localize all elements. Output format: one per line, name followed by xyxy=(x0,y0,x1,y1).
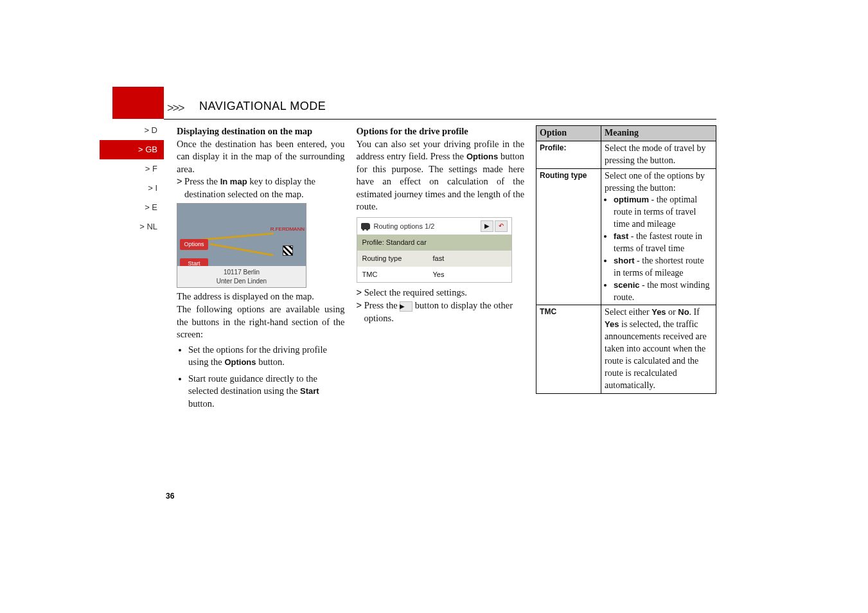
col1-para-2: The address is displayed on the map. xyxy=(177,290,345,303)
car-icon xyxy=(361,223,370,229)
page-number: 36 xyxy=(166,492,174,501)
col1-para-3: The following options are available usin… xyxy=(177,303,345,341)
options-row-profile: Profile: Select the mode of travel by pr… xyxy=(536,141,716,168)
profile-row-text: Profile: Standard car xyxy=(362,238,427,247)
options-row-tmc: TMC Select either Yes or No. If Yes is s… xyxy=(536,305,716,393)
routing-panel-header: Routing options 1/2 ▶ ↶ xyxy=(357,218,511,235)
options-key-label: Options xyxy=(224,357,256,367)
routing-type-row[interactable]: Routing type fast xyxy=(357,251,511,267)
tmc-or: or xyxy=(666,307,678,317)
routing-type-intro: Select one of the options by pressing th… xyxy=(605,171,705,193)
options-row-routing-type: Routing type Select one of the options b… xyxy=(536,168,716,305)
map-address-line2: Unter Den Linden xyxy=(177,277,306,286)
opt-optimum-key: optimum xyxy=(614,195,649,204)
page-content: Displaying destination on the map Once t… xyxy=(177,125,716,414)
map-road-line xyxy=(209,244,273,256)
tmc-text-b: . If xyxy=(689,307,700,317)
map-screenshot: R.FERDMANN Options Start 10117 Berlin Un… xyxy=(177,203,306,288)
col2-step1-text: Select the required settings. xyxy=(364,287,467,298)
routing-type-options-list: optimum - the optimal route in terms of … xyxy=(605,194,713,303)
routing-opt-optimum: optimum - the optimal route in terms of … xyxy=(614,194,713,231)
sidebar-item-e[interactable]: > E xyxy=(100,198,164,217)
col1-b2-b: button. xyxy=(188,398,215,409)
tmc-yes-2: Yes xyxy=(605,319,619,329)
options-th-meaning: Meaning xyxy=(601,126,716,141)
tmc-text-c: is selected, the traffic announcements r… xyxy=(605,319,707,389)
options-table-header-row: Option Meaning xyxy=(536,126,716,141)
sidebar-item-i[interactable]: > I xyxy=(100,179,164,198)
column-1: Displaying destination on the map Once t… xyxy=(177,125,345,414)
col1-bullet-list: Set the options for the driving profile … xyxy=(177,344,345,411)
col1-bullet-2: Start route guidance directly to the sel… xyxy=(188,373,345,411)
opt-scenic-key: scenic xyxy=(614,280,639,290)
header-red-block xyxy=(112,87,164,119)
step-arrow-icon: > xyxy=(357,287,362,298)
back-button[interactable]: ↶ xyxy=(495,220,508,232)
routing-opt-scenic: scenic - the most winding route. xyxy=(614,280,713,304)
cell-tmc-meaning: Select either Yes or No. If Yes is selec… xyxy=(601,305,716,393)
map-address-strip: 10117 Berlin Unter Den Linden xyxy=(177,266,306,287)
sidebar-item-f[interactable]: > F xyxy=(100,159,164,179)
start-key-label: Start xyxy=(300,386,319,396)
col2-para-1: You can also set your driving profile in… xyxy=(357,138,525,213)
map-road-line xyxy=(197,233,274,241)
tmc-label: TMC xyxy=(362,270,433,280)
cell-profile-key: Profile: xyxy=(536,141,601,168)
sidebar-item-gb[interactable]: > GB xyxy=(100,140,164,159)
header-arrows-icon: >>> xyxy=(167,102,184,115)
col1-step-1: > Press the In map key to display the de… xyxy=(177,175,345,200)
routing-type-label: Routing type xyxy=(362,254,433,263)
sidebar-item-nl[interactable]: > NL xyxy=(100,217,164,236)
next-page-inline-button[interactable]: ▶ xyxy=(400,301,412,312)
destination-flag-icon xyxy=(283,245,293,256)
col1-heading: Displaying destination on the map xyxy=(177,125,345,138)
col1-b2-a: Start route guidance directly to the sel… xyxy=(188,373,317,396)
routing-opt-fast: fast - the fastest route in terms of tra… xyxy=(614,231,713,255)
col2-step2-a: Press the xyxy=(364,300,400,310)
col1-b1-b: button. xyxy=(256,357,285,367)
options-key-label-2: Options xyxy=(466,152,498,161)
col1-bullet-1: Set the options for the driving profile … xyxy=(188,344,345,369)
profile-row[interactable]: Profile: Standard car xyxy=(357,235,511,251)
tmc-text-a: Select either xyxy=(605,307,651,317)
col2-step-1: > Select the required settings. xyxy=(357,287,525,299)
col1-step1-text-a: Press the xyxy=(184,176,220,186)
language-sidebar: > D > GB > F > I > E > NL xyxy=(100,121,164,236)
map-street-label: R.FERDMANN xyxy=(270,226,305,233)
routing-opt-short: short - the shortest route in terms of m… xyxy=(614,255,713,280)
in-map-key-label: In map xyxy=(220,177,247,186)
map-address-line1: 10117 Berlin xyxy=(177,268,306,277)
sidebar-item-d[interactable]: > D xyxy=(100,121,164,140)
step-arrow-icon: > xyxy=(357,300,362,310)
col2-step-2: > Press the ▶ button to display the othe… xyxy=(357,299,525,324)
next-page-button[interactable]: ▶ xyxy=(481,220,493,232)
cell-tmc-key: TMC xyxy=(536,305,601,393)
cell-routing-type-meaning: Select one of the options by pressing th… xyxy=(601,168,716,305)
col2-heading: Options for the drive profile xyxy=(357,125,525,138)
header-rule xyxy=(164,119,716,120)
routing-options-panel: Routing options 1/2 ▶ ↶ Profile: Standar… xyxy=(357,217,512,283)
options-th-option: Option xyxy=(536,126,601,141)
tmc-row[interactable]: TMC Yes xyxy=(357,267,511,283)
column-3: Option Meaning Profile: Select the mode … xyxy=(536,125,716,414)
col1-para-1: Once the destination has been entered, y… xyxy=(177,138,345,176)
tmc-value: Yes xyxy=(433,270,445,280)
cell-profile-meaning: Select the mode of travel by pressing th… xyxy=(601,141,716,168)
column-2: Options for the drive profile You can al… xyxy=(357,125,525,414)
tmc-no: No xyxy=(678,307,689,317)
cell-routing-type-key: Routing type xyxy=(536,168,601,305)
tmc-yes: Yes xyxy=(651,307,666,317)
routing-type-value: fast xyxy=(433,254,445,263)
options-table: Option Meaning Profile: Select the mode … xyxy=(536,125,716,394)
opt-fast-key: fast xyxy=(614,231,628,241)
section-title: NAVIGATIONAL MODE xyxy=(199,100,326,113)
routing-panel-title: Routing options 1/2 xyxy=(374,222,479,231)
map-options-button[interactable]: Options xyxy=(180,239,208,249)
step-arrow-icon: > xyxy=(177,176,182,186)
opt-short-key: short xyxy=(614,256,635,265)
